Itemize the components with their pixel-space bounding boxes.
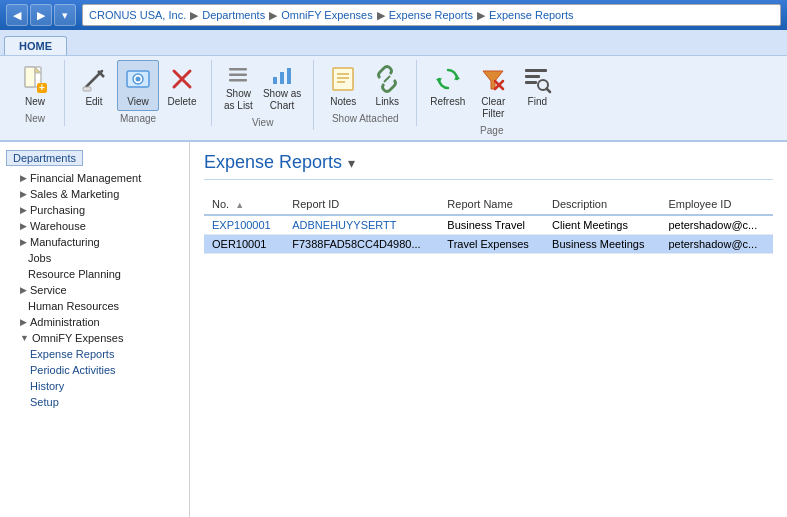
table-row[interactable]: EXP100001 ADBNEHUYYSERTT Business Travel… — [204, 215, 773, 235]
address-omnify[interactable]: OmniFY Expenses — [281, 9, 373, 21]
forward-button[interactable]: ▶ — [30, 4, 52, 26]
ribbon-group-manage-label: Manage — [120, 113, 156, 124]
view-label: View — [127, 96, 149, 108]
view-button[interactable]: View — [117, 60, 159, 111]
col-no-label: No. — [212, 198, 229, 210]
sidebar-item-warehouse[interactable]: ▶ Warehouse — [0, 218, 189, 234]
page-title-text: Expense Reports — [204, 152, 342, 173]
table-body: EXP100001 ADBNEHUYYSERTT Business Travel… — [204, 215, 773, 254]
col-description[interactable]: Description — [544, 194, 660, 215]
svg-rect-1 — [25, 67, 35, 87]
clear-filter-label: ClearFilter — [481, 96, 505, 120]
title-bar: ◀ ▶ ▾ CRONUS USA, Inc. ▶ Departments ▶ O… — [0, 0, 787, 30]
sidebar-item-history[interactable]: History — [0, 378, 189, 394]
tab-home[interactable]: HOME — [4, 36, 67, 55]
notes-icon — [327, 63, 359, 95]
new-button[interactable]: + New — [14, 60, 56, 111]
svg-rect-31 — [525, 75, 540, 78]
svg-line-34 — [547, 89, 551, 93]
sidebar-item-jobs[interactable]: Jobs — [0, 250, 189, 266]
sidebar: Departments ▶ Financial Management ▶ Sal… — [0, 142, 190, 517]
sidebar-item-service[interactable]: ▶ Service — [0, 282, 189, 298]
links-label: Links — [376, 96, 399, 108]
svg-rect-19 — [287, 68, 291, 84]
clear-filter-button[interactable]: ClearFilter — [472, 60, 514, 123]
cell-no-1: OER10001 — [204, 235, 284, 254]
col-no[interactable]: No. ▲ — [204, 194, 284, 215]
sidebar-label-warehouse: Warehouse — [30, 220, 86, 232]
table-header-row: No. ▲ Report ID Report Name Description … — [204, 194, 773, 215]
sidebar-item-resource-planning[interactable]: Resource Planning — [0, 266, 189, 282]
address-departments[interactable]: Departments — [202, 9, 265, 21]
sep2: ▶ — [269, 9, 277, 22]
col-employee-id[interactable]: Employee ID — [660, 194, 773, 215]
sidebar-label-setup: Setup — [30, 396, 59, 408]
nav-buttons: ◀ ▶ ▾ — [6, 4, 76, 26]
address-expense-reports-1[interactable]: Expense Reports — [389, 9, 473, 21]
sep1: ▶ — [190, 9, 198, 22]
back-button[interactable]: ◀ — [6, 4, 28, 26]
sidebar-item-manufacturing[interactable]: ▶ Manufacturing — [0, 234, 189, 250]
sep3: ▶ — [377, 9, 385, 22]
sidebar-label-sales: Sales & Marketing — [30, 188, 119, 200]
title-dropdown-button[interactable]: ▾ — [348, 155, 355, 171]
expand-icon-manufacturing: ▶ — [20, 237, 27, 247]
show-list-label: Showas List — [224, 88, 253, 112]
sort-icon-no: ▲ — [235, 200, 244, 210]
sidebar-item-omnify-expenses[interactable]: ▼ OmniFY Expenses — [0, 330, 189, 346]
show-chart-icon — [270, 63, 294, 87]
edit-label: Edit — [85, 96, 102, 108]
sidebar-item-human-resources[interactable]: Human Resources — [0, 298, 189, 314]
find-label: Find — [528, 96, 547, 108]
cell-report-name-1: Travel Expenses — [439, 235, 544, 254]
svg-point-11 — [136, 77, 141, 82]
table-row[interactable]: OER10001 F7388FAD58CC4D4980... Travel Ex… — [204, 235, 773, 254]
new-icon: + — [19, 63, 51, 95]
svg-text:+: + — [39, 82, 45, 93]
expand-icon-warehouse: ▶ — [20, 221, 27, 231]
links-button[interactable]: Links — [366, 60, 408, 111]
cell-employee-id-0: petershadow@c... — [660, 215, 773, 235]
sidebar-item-periodic-activities[interactable]: Periodic Activities — [0, 362, 189, 378]
show-list-button[interactable]: Showas List — [220, 60, 257, 115]
edit-button[interactable]: Edit — [73, 60, 115, 111]
ribbon-group-page: Refresh ClearFilter — [417, 60, 566, 138]
ribbon-group-manage-buttons: Edit View D — [73, 60, 203, 111]
expense-reports-table: No. ▲ Report ID Report Name Description … — [204, 194, 773, 254]
svg-rect-32 — [525, 81, 537, 84]
show-chart-button[interactable]: Show asChart — [259, 60, 305, 115]
sidebar-root-departments[interactable]: Departments — [6, 150, 83, 166]
svg-rect-30 — [525, 69, 547, 72]
sidebar-label-jobs: Jobs — [28, 252, 51, 264]
svg-rect-8 — [83, 87, 91, 91]
sidebar-item-setup[interactable]: Setup — [0, 394, 189, 410]
notes-label: Notes — [330, 96, 356, 108]
sidebar-item-expense-reports[interactable]: Expense Reports — [0, 346, 189, 362]
show-chart-label: Show asChart — [263, 88, 301, 112]
sidebar-item-sales-marketing[interactable]: ▶ Sales & Marketing — [0, 186, 189, 202]
sidebar-item-financial-management[interactable]: ▶ Financial Management — [0, 170, 189, 186]
notes-button[interactable]: Notes — [322, 60, 364, 111]
sidebar-item-administration[interactable]: ▶ Administration — [0, 314, 189, 330]
dropdown-button[interactable]: ▾ — [54, 4, 76, 26]
sidebar-label-periodic-activities: Periodic Activities — [30, 364, 116, 376]
content-area: Expense Reports ▾ No. ▲ Report ID Report… — [190, 142, 787, 517]
view-icon — [122, 63, 154, 95]
find-button[interactable]: Find — [516, 60, 558, 111]
sidebar-item-purchasing[interactable]: ▶ Purchasing — [0, 202, 189, 218]
sidebar-label-financial: Financial Management — [30, 172, 141, 184]
delete-button[interactable]: Delete — [161, 60, 203, 111]
find-icon — [521, 63, 553, 95]
ribbon-group-new-label: New — [25, 113, 45, 124]
ribbon-group-new-buttons: + New — [14, 60, 56, 111]
col-report-id[interactable]: Report ID — [284, 194, 439, 215]
address-expense-reports-2[interactable]: Expense Reports — [489, 9, 573, 21]
clear-filter-icon — [477, 63, 509, 95]
col-report-name[interactable]: Report Name — [439, 194, 544, 215]
ribbon-group-view: Showas List Show asChart View — [212, 60, 314, 130]
refresh-button[interactable]: Refresh — [425, 60, 470, 111]
address-company[interactable]: CRONUS USA, Inc. — [89, 9, 186, 21]
svg-marker-26 — [436, 78, 442, 83]
expand-icon-purchasing: ▶ — [20, 205, 27, 215]
ribbon-group-page-label: Page — [480, 125, 503, 136]
